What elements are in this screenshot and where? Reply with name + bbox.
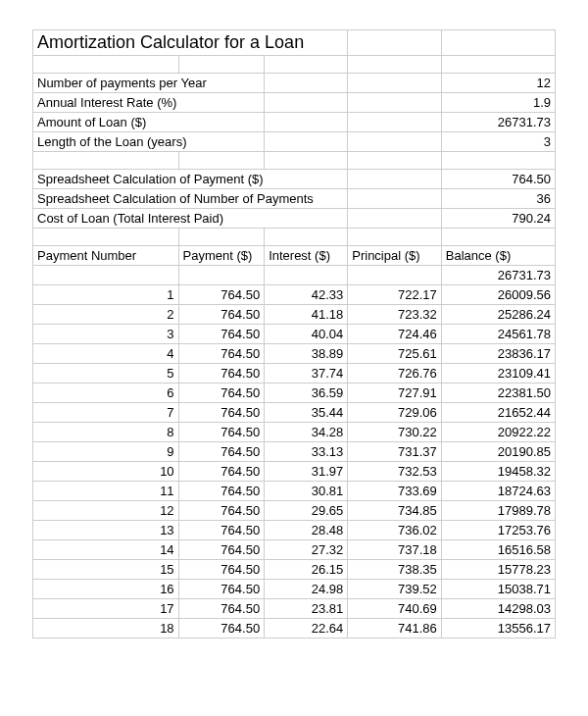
spacer-row bbox=[33, 152, 556, 170]
balance-amount: 24561.78 bbox=[441, 325, 555, 344]
principal-amount: 731.37 bbox=[348, 442, 442, 462]
principal-amount: 729.06 bbox=[348, 403, 442, 423]
payment-number: 2 bbox=[33, 305, 179, 325]
payment-number: 18 bbox=[33, 619, 179, 639]
table-row: 16 764.50 24.98 739.52 15038.71 bbox=[33, 580, 556, 599]
principal-amount: 738.35 bbox=[348, 560, 442, 580]
payment-number: 11 bbox=[33, 482, 179, 501]
payment-amount: 764.50 bbox=[178, 521, 265, 540]
payment-number: 12 bbox=[33, 501, 179, 521]
principal-amount: 733.69 bbox=[348, 482, 442, 501]
balance-amount: 17989.78 bbox=[441, 501, 555, 521]
initial-balance: 26731.73 bbox=[441, 266, 555, 285]
interest-amount: 41.18 bbox=[265, 305, 348, 325]
param-value: 3 bbox=[441, 132, 555, 152]
interest-amount: 33.13 bbox=[265, 442, 348, 462]
principal-amount: 737.18 bbox=[348, 540, 442, 560]
principal-amount: 727.91 bbox=[348, 384, 442, 403]
principal-amount: 730.22 bbox=[348, 423, 442, 442]
payment-number: 5 bbox=[33, 364, 179, 384]
balance-amount: 15778.23 bbox=[441, 560, 555, 580]
param-label: Amount of Loan ($) bbox=[33, 113, 265, 132]
calc-label: Cost of Loan (Total Interest Paid) bbox=[33, 209, 348, 229]
param-row: Length of the Loan (years) 3 bbox=[33, 132, 556, 152]
balance-amount: 14298.03 bbox=[441, 599, 555, 619]
interest-amount: 26.15 bbox=[265, 560, 348, 580]
payment-amount: 764.50 bbox=[178, 580, 265, 599]
balance-amount: 15038.71 bbox=[441, 580, 555, 599]
param-label: Length of the Loan (years) bbox=[33, 132, 265, 152]
balance-amount: 20922.22 bbox=[441, 423, 555, 442]
payment-amount: 764.50 bbox=[178, 462, 265, 482]
balance-amount: 23109.41 bbox=[441, 364, 555, 384]
header-row: Payment Number Payment ($) Interest ($) … bbox=[33, 246, 556, 266]
calc-row: Spreadsheet Calculation of Payment ($) 7… bbox=[33, 170, 556, 189]
interest-amount: 37.74 bbox=[265, 364, 348, 384]
principal-amount: 722.17 bbox=[348, 285, 442, 305]
payment-amount: 764.50 bbox=[178, 599, 265, 619]
payment-number: 9 bbox=[33, 442, 179, 462]
interest-amount: 40.04 bbox=[265, 325, 348, 344]
interest-amount: 31.97 bbox=[265, 462, 348, 482]
principal-amount: 736.02 bbox=[348, 521, 442, 540]
interest-amount: 24.98 bbox=[265, 580, 348, 599]
balance-amount: 16516.58 bbox=[441, 540, 555, 560]
interest-amount: 23.81 bbox=[265, 599, 348, 619]
payment-amount: 764.50 bbox=[178, 403, 265, 423]
table-row: 14 764.50 27.32 737.18 16516.58 bbox=[33, 540, 556, 560]
payment-amount: 764.50 bbox=[178, 482, 265, 501]
header-payment: Payment ($) bbox=[178, 246, 265, 266]
table-row: 7 764.50 35.44 729.06 21652.44 bbox=[33, 403, 556, 423]
table-row: 2 764.50 41.18 723.32 25286.24 bbox=[33, 305, 556, 325]
table-row: 9 764.50 33.13 731.37 20190.85 bbox=[33, 442, 556, 462]
table-row: 17 764.50 23.81 740.69 14298.03 bbox=[33, 599, 556, 619]
principal-amount: 732.53 bbox=[348, 462, 442, 482]
header-interest: Interest ($) bbox=[265, 246, 348, 266]
interest-amount: 35.44 bbox=[265, 403, 348, 423]
calc-value: 764.50 bbox=[441, 170, 555, 189]
payment-amount: 764.50 bbox=[178, 423, 265, 442]
payment-number: 17 bbox=[33, 599, 179, 619]
calc-label: Spreadsheet Calculation of Number of Pay… bbox=[33, 189, 348, 209]
payment-amount: 764.50 bbox=[178, 285, 265, 305]
table-row: 6 764.50 36.59 727.91 22381.50 bbox=[33, 384, 556, 403]
payment-amount: 764.50 bbox=[178, 384, 265, 403]
table-row: 8 764.50 34.28 730.22 20922.22 bbox=[33, 423, 556, 442]
payment-amount: 764.50 bbox=[178, 442, 265, 462]
title: Amortization Calculator for a Loan bbox=[33, 30, 348, 56]
balance-amount: 25286.24 bbox=[441, 305, 555, 325]
amortization-table: Amortization Calculator for a Loan Numbe… bbox=[32, 29, 556, 639]
payment-amount: 764.50 bbox=[178, 325, 265, 344]
payment-number: 15 bbox=[33, 560, 179, 580]
principal-amount: 739.52 bbox=[348, 580, 442, 599]
calc-row: Cost of Loan (Total Interest Paid) 790.2… bbox=[33, 209, 556, 229]
title-row: Amortization Calculator for a Loan bbox=[33, 30, 556, 56]
payment-number: 10 bbox=[33, 462, 179, 482]
param-value: 26731.73 bbox=[441, 113, 555, 132]
interest-amount: 36.59 bbox=[265, 384, 348, 403]
payment-number: 4 bbox=[33, 344, 179, 364]
principal-amount: 726.76 bbox=[348, 364, 442, 384]
table-row: 5 764.50 37.74 726.76 23109.41 bbox=[33, 364, 556, 384]
balance-amount: 22381.50 bbox=[441, 384, 555, 403]
spacer-row bbox=[33, 229, 556, 246]
param-row: Amount of Loan ($) 26731.73 bbox=[33, 113, 556, 132]
interest-amount: 28.48 bbox=[265, 521, 348, 540]
table-row: 11 764.50 30.81 733.69 18724.63 bbox=[33, 482, 556, 501]
calc-value: 36 bbox=[441, 189, 555, 209]
payment-amount: 764.50 bbox=[178, 501, 265, 521]
interest-amount: 34.28 bbox=[265, 423, 348, 442]
payment-amount: 764.50 bbox=[178, 344, 265, 364]
table-row: 10 764.50 31.97 732.53 19458.32 bbox=[33, 462, 556, 482]
calc-row: Spreadsheet Calculation of Number of Pay… bbox=[33, 189, 556, 209]
payment-amount: 764.50 bbox=[178, 619, 265, 639]
table-row: 15 764.50 26.15 738.35 15778.23 bbox=[33, 560, 556, 580]
header-payment-number: Payment Number bbox=[33, 246, 179, 266]
table-row: 18 764.50 22.64 741.86 13556.17 bbox=[33, 619, 556, 639]
payment-number: 6 bbox=[33, 384, 179, 403]
principal-amount: 734.85 bbox=[348, 501, 442, 521]
interest-amount: 30.81 bbox=[265, 482, 348, 501]
param-row: Number of payments per Year 12 bbox=[33, 74, 556, 93]
balance-amount: 26009.56 bbox=[441, 285, 555, 305]
payment-number: 8 bbox=[33, 423, 179, 442]
